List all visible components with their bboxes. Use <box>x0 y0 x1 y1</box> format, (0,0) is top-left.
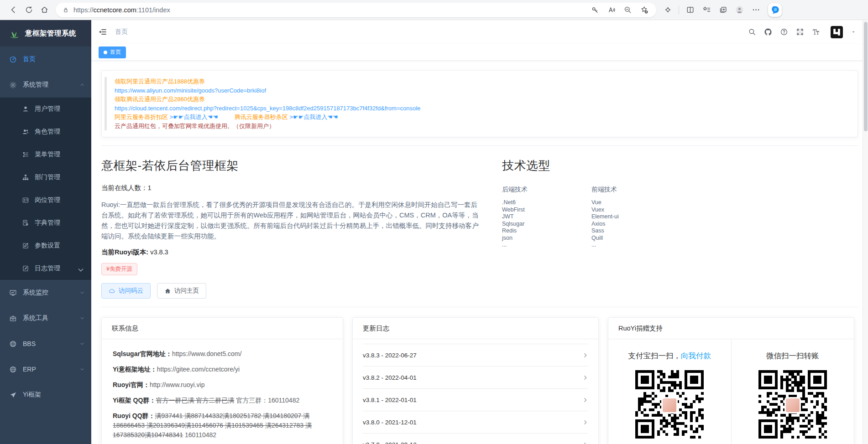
favorites-icon[interactable] <box>699 2 714 18</box>
sidebar-item-label: 部门管理 <box>35 173 60 181</box>
toolbox-icon <box>9 315 17 322</box>
contact-row: Ruoyi官网：http://www.ruoyi.vip <box>113 380 332 390</box>
visit-homepage-button[interactable]: 访问主页 <box>157 283 206 299</box>
system-mgmt-submenu: 用户管理 角色管理 菜单管理 部门管理 岗位管理 字典管理 参数设置 日志管理 <box>0 98 91 280</box>
sidebar-item-label: 首页 <box>23 55 36 63</box>
changelog-row[interactable]: v3.8.1 - 2022-01-01 <box>363 389 588 411</box>
changelog-row[interactable]: v3.8.2 - 2022-04-01 <box>363 367 588 389</box>
collections-icon[interactable] <box>715 2 731 18</box>
sidebar-item-label: ERP <box>23 366 36 373</box>
changelog-card: 更新日志 v3.8.3 - 2022-06-27 v3.8.2 - 2022-0… <box>352 317 599 444</box>
sidebar-item-log-mgmt[interactable]: 日志管理 <box>0 257 91 280</box>
changelog-row[interactable]: v3.8.0 - 2021-12-01 <box>363 411 588 434</box>
dictionary-icon <box>22 219 29 227</box>
tech-stack-section: 技术选型 后端技术 .Net6 WebFirst JWT Sqlsugar Re… <box>502 158 681 299</box>
sidebar-item-dept-mgmt[interactable]: 部门管理 <box>0 166 91 189</box>
contact-row-qq-yi: Yi框架 QQ群：官方一群已满 官方二群已满 官方三群：160110482 <box>113 396 332 405</box>
chevron-down-icon <box>77 266 84 274</box>
toolbar-divider <box>679 5 679 15</box>
sidebar-item-system-mgmt[interactable]: 系统管理 <box>0 72 91 98</box>
sidebar-item-label: 系统监控 <box>23 289 48 297</box>
version-line: 当前Ruoyi版本: v3.8.3 <box>101 248 480 257</box>
contact-row: Yi意框架地址：https://gitee.com/ccnetcore/yi <box>113 365 332 374</box>
url-text[interactable]: https://ccnetcore.com:1101/index <box>73 6 587 14</box>
sidebar-item-system-tools[interactable]: 系统工具 <box>0 305 91 331</box>
browser-essentials-icon[interactable] <box>660 2 675 18</box>
password-key-icon[interactable] <box>587 2 602 18</box>
announcement-panel: 领取阿里云通用云产品1888优惠券 https://www.aliyun.com… <box>101 70 858 137</box>
profile-avatar[interactable] <box>732 2 747 18</box>
tab-home[interactable]: 首页 <box>99 46 126 58</box>
sidebar-item-yi-framework[interactable]: Yi框架 <box>0 382 91 408</box>
help-icon[interactable] <box>780 28 788 36</box>
card-header: 联系信息 <box>102 318 343 339</box>
copilot-icon[interactable] <box>768 3 782 17</box>
zoom-out-icon[interactable] <box>620 2 635 18</box>
settings-more-icon[interactable] <box>748 2 763 18</box>
contact-value: https://www.donet5.com/ <box>172 350 242 357</box>
chevron-right-icon <box>582 397 588 403</box>
sidebar-item-role-mgmt[interactable]: 角色管理 <box>0 120 91 143</box>
sidebar-item-user-mgmt[interactable]: 用户管理 <box>0 98 91 120</box>
read-aloud-icon[interactable] <box>603 2 619 18</box>
alipay-pay-link[interactable]: 向我付款 <box>681 351 711 360</box>
promo-tencent-link[interactable]: https://cloud.tencent.com/redirect.php?r… <box>115 104 848 113</box>
tech-item: Element-ui <box>591 213 681 221</box>
id-card-icon <box>22 196 29 204</box>
users-icon <box>22 128 29 135</box>
sidebar-item-param-settings[interactable]: 参数设置 <box>0 234 91 257</box>
section-divider <box>101 145 858 146</box>
leaf-logo-icon <box>8 27 21 40</box>
changelog-row[interactable]: v3.7.0 - 2021-09-13 <box>363 434 588 444</box>
promo-tencent-coupon: 领取腾讯云通用云产品2860优惠券 <box>115 95 848 104</box>
sidebar-item-label: 用户管理 <box>35 105 60 113</box>
fullscreen-icon[interactable] <box>796 28 804 36</box>
split-screen-icon[interactable] <box>682 2 698 18</box>
sidebar-item-system-monitor[interactable]: 系统监控 <box>0 280 91 305</box>
tech-item: Vue <box>591 199 681 207</box>
chevron-right-icon <box>582 375 588 381</box>
address-bar[interactable]: https://ccnetcore.com:1101/index <box>56 3 656 17</box>
search-icon[interactable] <box>748 28 756 36</box>
refresh-icon[interactable] <box>21 2 37 18</box>
caret-down-icon[interactable] <box>851 29 856 35</box>
sidebar-item-post-mgmt[interactable]: 岗位管理 <box>0 189 91 212</box>
card-header: RuoYi捐赠支持 <box>608 318 854 339</box>
github-icon[interactable] <box>764 28 772 36</box>
monitor-icon <box>9 289 17 297</box>
promo-ali-link[interactable]: https://www.aliyun.com/minisite/goods?us… <box>115 86 848 95</box>
promo-zones: 阿里云服务器折扣区 >☛☛点我进入☚☚腾讯云服务器秒杀区 >☛☛点我进入☚☚ <box>115 113 848 122</box>
back-icon[interactable] <box>5 2 21 18</box>
donate-card: RuoYi捐赠支持 支付宝扫一扫，向我付款 微信扫一扫转账 <box>608 317 854 444</box>
sidebar-item-bbs[interactable]: BBS <box>0 331 91 356</box>
tab-label: 首页 <box>110 48 121 56</box>
add-favorite-icon[interactable] <box>636 2 652 18</box>
sidebar-item-dict-mgmt[interactable]: 字典管理 <box>0 212 91 234</box>
user-avatar[interactable] <box>831 26 843 38</box>
changelog-row[interactable]: v3.8.3 - 2022-06-27 <box>363 344 588 367</box>
browser-home-icon[interactable] <box>37 2 52 18</box>
sidebar-item-erp[interactable]: ERP <box>0 356 91 382</box>
scrollbar-thumb[interactable] <box>864 22 868 131</box>
sidebar-item-label: 岗位管理 <box>35 196 60 204</box>
sidebar-item-menu-mgmt[interactable]: 菜单管理 <box>0 143 91 166</box>
project-description: Ruoyi:一直想做一款后台管理系统，看了很多优秀的开源项目但是发现没有合适自己… <box>101 200 480 242</box>
tech-item: ... <box>502 242 591 249</box>
tech-item: Redis <box>502 227 591 235</box>
wechat-donate-column: 微信扫一扫转账 <box>731 339 854 444</box>
visit-gitee-button[interactable]: 访问码云 <box>101 283 151 299</box>
edit-square-icon <box>22 242 29 249</box>
wechat-caption: 微信扫一扫转账 <box>732 351 854 361</box>
gear-icon <box>9 81 17 89</box>
sidebar-item-label: 菜单管理 <box>35 150 60 159</box>
sidebar-item-label: 系统工具 <box>23 314 48 322</box>
tencent-zone-link[interactable]: >☛☛点我进入☚☚ <box>289 114 338 120</box>
backend-tech-column: 后端技术 .Net6 WebFirst JWT Sqlsugar Redis j… <box>502 174 591 249</box>
page-scrollbar[interactable] <box>863 20 868 444</box>
qr-center-photo <box>661 397 678 413</box>
sidebar-item-home[interactable]: 首页 <box>0 46 91 72</box>
sidebar-fold-icon[interactable] <box>98 27 107 36</box>
ali-zone-link[interactable]: >☛☛点我进入☚☚ <box>170 114 218 120</box>
breadcrumb[interactable]: 首页 <box>115 28 128 36</box>
font-size-icon[interactable] <box>812 28 820 36</box>
